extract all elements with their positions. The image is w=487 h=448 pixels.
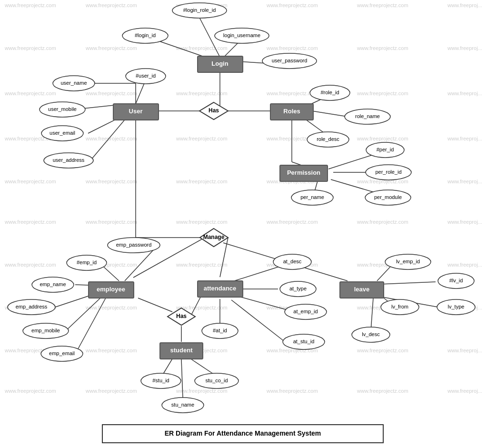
attr-emp-address-label: emp_address	[16, 304, 48, 309]
svg-line-79	[328, 153, 378, 169]
attr-per-module-label: per_module	[374, 194, 402, 200]
svg-text:www.freeprojectz.com: www.freeprojectz.com	[4, 179, 56, 184]
svg-text:www.freeprojectz.com: www.freeprojectz.com	[4, 90, 56, 96]
svg-text:www.freeprojectz.com: www.freeprojectz.com	[266, 2, 318, 8]
svg-text:www.freeproj...: www.freeproj...	[447, 2, 482, 8]
attr-role-desc-label: role_desc	[317, 136, 339, 142]
attr-user-password-label: user_password	[272, 58, 308, 63]
relation-manage-label: Manage	[203, 234, 225, 240]
attr-emp-name-label: emp_name	[40, 281, 66, 287]
svg-text:www.freeprojectz.com: www.freeprojectz.com	[85, 388, 137, 394]
svg-line-85	[220, 238, 228, 277]
diagram-title: ER Diagram For Attendance Management Sys…	[165, 429, 321, 437]
svg-line-94	[138, 298, 172, 312]
svg-text:www.freeprojectz.com: www.freeprojectz.com	[85, 90, 137, 96]
attr-per-name-label: per_name	[300, 194, 324, 200]
svg-text:www.freeprojectz.com: www.freeprojectz.com	[266, 45, 318, 51]
attr-at-type-label: at_type	[289, 286, 307, 291]
svg-line-75	[312, 111, 348, 117]
attr-role-name-label: role_name	[355, 113, 380, 119]
attr-user-id-label: #user_id	[136, 73, 156, 79]
svg-line-102	[377, 266, 391, 281]
svg-text:www.freeprojectz.com: www.freeprojectz.com	[266, 219, 318, 225]
svg-text:www.freeprojectz.com: www.freeprojectz.com	[357, 2, 408, 8]
svg-text:www.freeproj...: www.freeproj...	[447, 388, 482, 394]
svg-text:www.freeprojectz.com: www.freeprojectz.com	[176, 136, 228, 141]
svg-text:www.freeprojectz.com: www.freeprojectz.com	[357, 45, 408, 51]
attr-emp-password-label: emp_password	[116, 242, 152, 248]
attr-lv-desc-label: lv_desc	[362, 331, 380, 337]
svg-text:www.freeprojectz.com: www.freeprojectz.com	[85, 305, 137, 310]
entity-permission-label: Permission	[287, 169, 320, 176]
entity-user-label: User	[129, 108, 143, 115]
attr-at-desc-label: at_desc	[283, 259, 302, 264]
attr-user-name-label: user_name	[60, 80, 87, 86]
attr-stu-name-label: stu_name	[171, 402, 194, 408]
svg-line-88	[125, 249, 155, 281]
attr-lv-id-label: #lv_id	[449, 278, 463, 283]
relation-has1-label: Has	[209, 107, 219, 114]
attr-at-id-label: #at_id	[213, 328, 227, 333]
svg-text:www.freeprojectz.com: www.freeprojectz.com	[357, 388, 408, 394]
svg-line-103	[379, 282, 436, 284]
entity-student-label: student	[170, 347, 193, 354]
attr-user-email-label: user_email	[50, 130, 75, 136]
attr-emp-id-label: #emp_id	[77, 259, 97, 265]
svg-text:www.freeproj...: www.freeproj...	[447, 45, 482, 51]
svg-text:www.freeprojectz.com: www.freeprojectz.com	[4, 262, 56, 268]
svg-text:www.freeprojectz.com: www.freeprojectz.com	[357, 219, 408, 225]
svg-text:www.freeprojectz.com: www.freeprojectz.com	[176, 262, 228, 268]
svg-line-100	[231, 300, 284, 341]
attr-user-address-label: user_address	[53, 157, 85, 163]
attr-stu-co-id-label: stu_co_id	[205, 378, 228, 383]
svg-line-99	[236, 296, 286, 309]
attr-role-id-label: #role_id	[320, 90, 339, 95]
svg-text:www.freeproj...: www.freeproj...	[447, 179, 482, 184]
entity-login-label: Login	[211, 60, 228, 67]
svg-text:www.freeprojectz.com: www.freeprojectz.com	[357, 136, 408, 141]
svg-text:www.freeprojectz.com: www.freeprojectz.com	[357, 90, 408, 96]
er-diagram-svg: www.freeprojectz.com www.freeprojectz.co…	[0, 0, 487, 448]
attr-user-mobile-label: user_mobile	[48, 106, 77, 112]
svg-text:www.freeprojectz.com: www.freeprojectz.com	[85, 45, 137, 51]
attr-per-id-label: #per_id	[377, 147, 394, 152]
svg-text:www.freeprojectz.com: www.freeprojectz.com	[85, 179, 137, 184]
svg-text:www.freeproj...: www.freeproj...	[447, 90, 482, 96]
svg-text:www.freeproj...: www.freeproj...	[447, 262, 482, 268]
svg-line-93	[76, 298, 106, 352]
svg-text:www.freeprojectz.com: www.freeprojectz.com	[85, 2, 137, 8]
svg-text:www.freeprojectz.com: www.freeprojectz.com	[357, 348, 408, 353]
svg-text:www.freeprojectz.com: www.freeprojectz.com	[176, 45, 228, 51]
attr-at-stu-id-label: at_stu_id	[293, 338, 315, 344]
svg-text:www.freeprojectz.com: www.freeprojectz.com	[176, 219, 228, 225]
svg-line-109	[181, 359, 183, 398]
svg-text:www.freeprojectz.com: www.freeprojectz.com	[176, 388, 228, 394]
svg-text:www.freeprojectz.com: www.freeprojectz.com	[266, 388, 318, 394]
er-diagram-container: www.freeprojectz.com www.freeprojectz.co…	[0, 0, 487, 448]
svg-text:www.freeproj...: www.freeproj...	[447, 348, 482, 353]
svg-text:www.freeprojectz.com: www.freeprojectz.com	[4, 219, 56, 225]
attr-lv-type-label: lv_type	[448, 304, 465, 309]
svg-text:www.freeprojectz.com: www.freeprojectz.com	[85, 219, 137, 225]
svg-line-106	[371, 298, 373, 331]
svg-line-72	[90, 118, 126, 160]
entity-leave-label: leave	[354, 286, 370, 293]
svg-text:www.freeproj...: www.freeproj...	[447, 219, 482, 225]
entity-employee-label: employee	[97, 286, 125, 293]
attr-login-role-id-label: #login_role_id	[183, 7, 216, 13]
attr-stu-id-label: #stu_id	[152, 378, 169, 383]
svg-text:www.freeproj...: www.freeproj...	[447, 136, 482, 141]
attr-login-username-label: login_username	[223, 32, 260, 38]
attr-emp-mobile-label: emp_mobile	[31, 328, 60, 333]
svg-text:www.freeprojectz.com: www.freeprojectz.com	[4, 45, 56, 51]
svg-text:www.freeprojectz.com: www.freeprojectz.com	[85, 348, 137, 353]
attr-login-id-label: #login_id	[135, 32, 156, 38]
attr-lv-from-label: lv_from	[391, 304, 408, 309]
attr-emp-email-label: emp_email	[49, 350, 75, 356]
relation-has2-label: Has	[176, 313, 187, 319]
svg-text:www.freeprojectz.com: www.freeprojectz.com	[4, 388, 56, 394]
attr-at-emp-id-label: at_emp_id	[293, 309, 318, 314]
attr-per-role-id-label: per_role_id	[375, 169, 401, 175]
svg-text:www.freeprojectz.com: www.freeprojectz.com	[4, 2, 56, 8]
entity-attendance-label: attendance	[204, 285, 237, 292]
